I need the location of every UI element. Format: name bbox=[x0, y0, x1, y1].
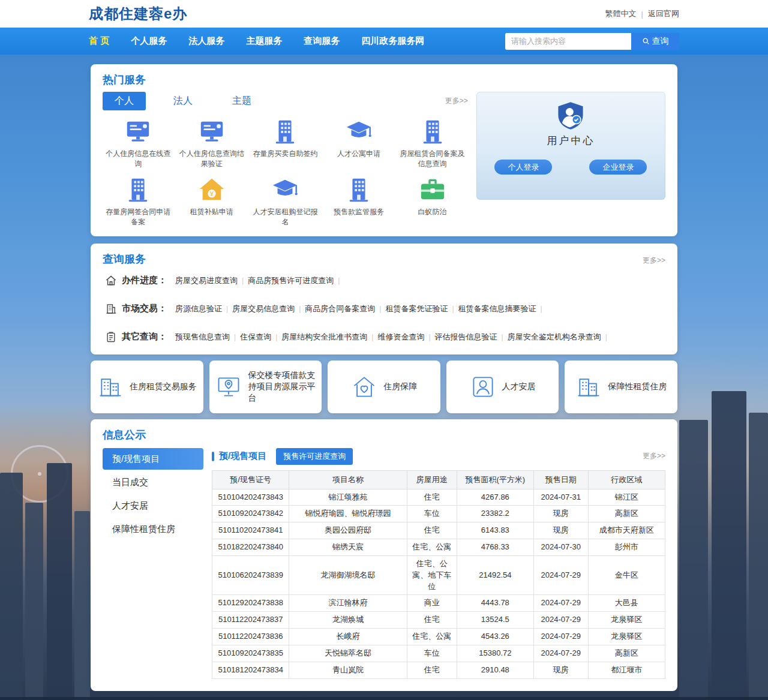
table-row[interactable]: 510129202473838滨江翰林府商业4443.782024-07-29大… bbox=[212, 595, 665, 612]
house-icon: ¥ bbox=[198, 176, 226, 203]
search-input[interactable] bbox=[505, 33, 631, 50]
table-cell: 住宅 bbox=[407, 612, 457, 629]
quick-links-row: 住房租赁交易服务保交楼专项借款支持项目房源展示平台住房保障人才安居保障性租赁住房 bbox=[91, 360, 677, 413]
table-cell: 住宅 bbox=[407, 662, 457, 678]
query-link[interactable]: 商品房预售许可进度查询 bbox=[248, 275, 334, 286]
info-disclosure-more-link[interactable]: 更多>> bbox=[643, 451, 665, 461]
table-row[interactable]: 510109202473835天悦锦萃名邸车位15380.722024-07-2… bbox=[212, 645, 665, 662]
quick-card-label: 住房租赁交易服务 bbox=[130, 381, 197, 392]
service-item[interactable]: 个人住房信息在线查询 bbox=[103, 118, 174, 170]
table-cell: 住宅 bbox=[407, 522, 457, 539]
table-cell: 510182202473840 bbox=[212, 539, 289, 556]
svg-text:¥: ¥ bbox=[209, 190, 214, 197]
table-cell: 高新区 bbox=[588, 506, 665, 522]
query-group-label: 办件进度： bbox=[122, 275, 167, 286]
nav-items: 首 页个人服务法人服务主题服务查询服务四川政务服务网 bbox=[89, 35, 424, 47]
table-cell: 2024-07-29 bbox=[534, 629, 589, 645]
table-cell: 21492.54 bbox=[457, 555, 533, 595]
tab-presale-projects[interactable]: 预/现售项目 bbox=[219, 450, 266, 462]
quick-card-0[interactable]: 住房租赁交易服务 bbox=[91, 360, 203, 413]
table-cell: 15380.72 bbox=[457, 645, 533, 662]
query-link[interactable]: 住保查询 bbox=[240, 332, 271, 343]
service-item[interactable]: 存量房网签合同申请备案 bbox=[103, 176, 174, 228]
quick-card-4[interactable]: 保障性租赁住房 bbox=[565, 360, 677, 413]
info-menu-item-3[interactable]: 保障性租赁住房 bbox=[103, 518, 203, 540]
nav-item-1[interactable]: 个人服务 bbox=[131, 35, 167, 47]
table-cell: 510112202473836 bbox=[212, 629, 289, 645]
nav-item-5[interactable]: 四川政务服务网 bbox=[361, 35, 424, 47]
service-item[interactable]: 个人住房信息查询结果验证 bbox=[176, 118, 248, 170]
query-link[interactable]: 租赁备案信息摘要验证 bbox=[458, 304, 536, 314]
separator: | bbox=[299, 305, 301, 313]
service-item[interactable]: 预售款监管服务 bbox=[323, 176, 395, 228]
service-item[interactable]: 存量房买卖自助签约 bbox=[250, 118, 321, 170]
query-group-row: 办件进度：房屋交易进度查询|商品房预售许可进度查询| bbox=[103, 266, 665, 295]
service-label: 房屋租赁合同备案及信息查询 bbox=[397, 149, 468, 170]
table-header-cell: 预售日期 bbox=[534, 470, 589, 489]
hot-tab-2[interactable]: 主题 bbox=[220, 92, 263, 110]
query-link[interactable]: 维修资金查询 bbox=[377, 332, 424, 343]
info-menu-item-2[interactable]: 人才安居 bbox=[103, 495, 203, 516]
service-label: 存量房买卖自助签约 bbox=[253, 149, 317, 167]
hot-tab-0[interactable]: 个人 bbox=[103, 92, 146, 110]
traditional-chinese-link[interactable]: 繁體中文 bbox=[605, 8, 637, 19]
info-menu-item-1[interactable]: 当日成交 bbox=[103, 471, 203, 493]
table-row[interactable]: 510112202473837龙湖焕城住宅13524.52024-07-29龙泉… bbox=[212, 612, 665, 629]
tab-presale-permit-progress[interactable]: 预售许可进度查询 bbox=[276, 448, 353, 465]
service-item[interactable]: 白蚁防治 bbox=[397, 176, 468, 228]
table-cell: 彭州市 bbox=[588, 539, 665, 556]
query-link[interactable]: 租赁备案凭证验证 bbox=[385, 304, 448, 314]
table-row[interactable]: 510109202473842锦悦府瑜园、锦悦府璟园车位23382.2现房高新区 bbox=[212, 506, 665, 522]
table-cell: 2024-07-29 bbox=[534, 555, 589, 595]
query-link[interactable]: 预现售信息查询 bbox=[175, 332, 230, 343]
quick-card-label: 人才安居 bbox=[502, 381, 536, 392]
service-item[interactable]: 人才安居租购登记报名 bbox=[250, 176, 321, 228]
query-services-title: 查询服务 bbox=[103, 252, 146, 266]
query-link[interactable]: 评估报告信息验证 bbox=[435, 332, 497, 343]
service-label: 人才公寓申请 bbox=[337, 149, 380, 167]
service-label: 白蚁防治 bbox=[418, 207, 447, 225]
separator: | bbox=[242, 277, 244, 285]
service-item[interactable]: ¥租赁补贴申请 bbox=[176, 176, 248, 228]
table-row[interactable]: 510110202473841奥园公园府邸住宅6143.83现房成都市天府新区 bbox=[212, 522, 665, 539]
table-row[interactable]: 510104202473843锦江颂雅苑住宅4267.862024-07-31锦… bbox=[212, 489, 665, 506]
query-link[interactable]: 房屋交易信息查询 bbox=[232, 304, 295, 314]
quick-card-2[interactable]: 住房保障 bbox=[328, 360, 440, 413]
nav-item-0[interactable]: 首 页 bbox=[89, 35, 109, 47]
quick-card-1[interactable]: 保交楼专项借款支持项目房源展示平台 bbox=[209, 360, 322, 413]
hot-services-more-link[interactable]: 更多>> bbox=[445, 96, 468, 106]
query-services-more-link[interactable]: 更多>> bbox=[643, 256, 665, 266]
table-row[interactable]: 510181202473834青山岚院住宅2910.48现房都江堰市 bbox=[212, 662, 665, 678]
table-cell: 现房 bbox=[534, 522, 589, 539]
info-menu-item-0[interactable]: 预/现售项目 bbox=[103, 448, 203, 470]
official-site-link[interactable]: 返回官网 bbox=[648, 8, 679, 19]
house-heart-icon bbox=[351, 374, 377, 400]
nav-item-3[interactable]: 主题服务 bbox=[246, 35, 282, 47]
query-link[interactable]: 商品房合同备案查询 bbox=[305, 304, 375, 314]
nav-item-4[interactable]: 查询服务 bbox=[304, 35, 340, 47]
query-link[interactable]: 房屋安全鉴定机构名录查询 bbox=[508, 332, 601, 343]
quick-card-3[interactable]: 人才安居 bbox=[446, 360, 559, 413]
service-item[interactable]: 人才公寓申请 bbox=[323, 118, 395, 170]
table-cell: 车位 bbox=[407, 506, 457, 522]
hot-tab-1[interactable]: 法人 bbox=[161, 92, 205, 110]
service-item[interactable]: 房屋租赁合同备案及信息查询 bbox=[397, 118, 468, 170]
search-button[interactable]: 查询 bbox=[631, 33, 679, 50]
table-row[interactable]: 510182202473840锦绣天宸住宅、公寓4768.332024-07-3… bbox=[212, 539, 665, 556]
site-logo: 成都住建蓉e办 bbox=[89, 4, 187, 23]
table-row[interactable]: 510106202473839龙湖御湖境名邸住宅、公寓、地下车位21492.54… bbox=[212, 555, 665, 595]
query-link[interactable]: 房源信息验证 bbox=[175, 304, 222, 314]
faq-footer: 常见问题解答: 常见问题|咨询电话|办事指南|办事表格 更多>> bbox=[0, 697, 768, 700]
nav-item-2[interactable]: 法人服务 bbox=[188, 35, 224, 47]
personal-login-button[interactable]: 个人登录 bbox=[494, 160, 552, 175]
monitor-pin-icon bbox=[215, 374, 242, 400]
table-cell: 2024-07-29 bbox=[534, 645, 589, 662]
enterprise-login-button[interactable]: 企业登录 bbox=[589, 160, 647, 175]
building-silhouette bbox=[74, 511, 90, 700]
building-silhouette bbox=[0, 473, 23, 700]
query-link[interactable]: 房屋交易进度查询 bbox=[175, 275, 238, 286]
quick-card-label: 保障性租赁住房 bbox=[608, 381, 667, 392]
query-link[interactable]: 房屋结构安全批准书查询 bbox=[281, 332, 367, 343]
table-row[interactable]: 510112202473836长峨府住宅、公寓4543.262024-07-29… bbox=[212, 629, 665, 645]
separator: | bbox=[541, 305, 542, 313]
